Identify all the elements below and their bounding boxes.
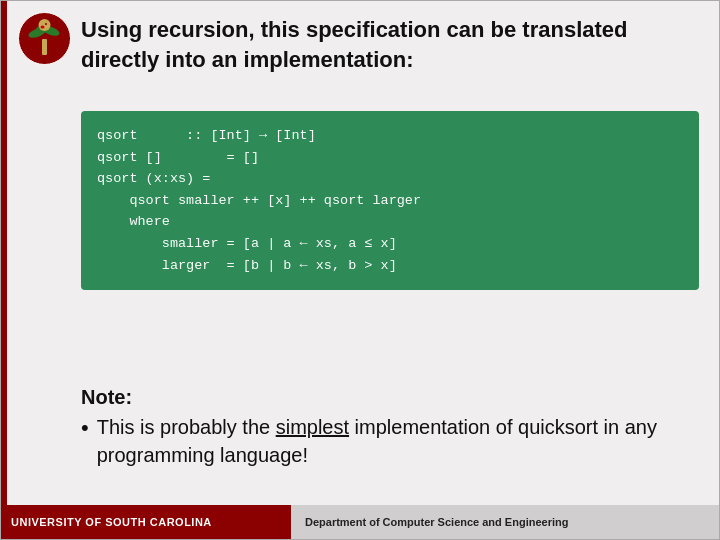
footer-right: Department of Computer Science and Engin… bbox=[291, 505, 719, 539]
footer-department-name: Department of Computer Science and Engin… bbox=[305, 516, 568, 528]
code-line-7: larger = [b | b ← xs, b > x] bbox=[97, 258, 397, 273]
code-block: qsort :: [Int] → [Int] qsort [] = [] qso… bbox=[81, 111, 699, 290]
svg-rect-1 bbox=[42, 39, 47, 55]
note-bullet: • This is probably the simplest implemen… bbox=[81, 413, 699, 469]
footer-left: UNIVERSITY OF SOUTH CAROLINA bbox=[1, 505, 291, 539]
note-body: This is probably the simplest implementa… bbox=[97, 413, 699, 469]
note-text-before: This is probably the bbox=[97, 416, 276, 438]
university-logo bbox=[17, 11, 72, 66]
svg-point-8 bbox=[41, 26, 45, 29]
code-line-3: qsort (x:xs) = bbox=[97, 171, 210, 186]
footer-university-name: UNIVERSITY OF SOUTH CAROLINA bbox=[11, 516, 212, 528]
code-line-2: qsort [] = [] bbox=[97, 150, 259, 165]
code-line-6: smaller = [a | a ← xs, a ≤ x] bbox=[97, 236, 397, 251]
note-title: Note: bbox=[81, 386, 699, 409]
title-section: Using recursion, this specification can … bbox=[81, 15, 699, 74]
code-line-4: qsort smaller ++ [x] ++ qsort larger bbox=[97, 193, 421, 208]
slide-title: Using recursion, this specification can … bbox=[81, 15, 699, 74]
note-section: Note: • This is probably the simplest im… bbox=[81, 386, 699, 469]
slide: Using recursion, this specification can … bbox=[0, 0, 720, 540]
code-line-1: qsort :: [Int] → [Int] bbox=[97, 128, 316, 143]
footer: UNIVERSITY OF SOUTH CAROLINA Department … bbox=[1, 505, 719, 539]
code-line-5: where bbox=[97, 214, 170, 229]
note-text-underlined: simplest bbox=[276, 416, 349, 438]
svg-point-7 bbox=[45, 23, 47, 25]
bullet-icon: • bbox=[81, 413, 89, 444]
